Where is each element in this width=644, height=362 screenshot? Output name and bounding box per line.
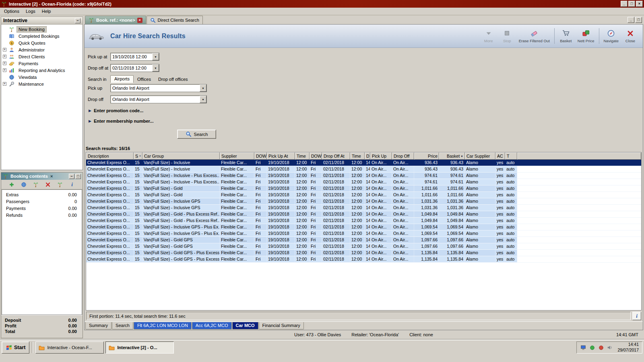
booking-toolbar-button[interactable] (20, 181, 27, 188)
booking-contents-row[interactable]: Refunds 0.00 (2, 212, 82, 219)
status-red-icon[interactable] (598, 344, 604, 351)
result-row[interactable]: Chevrolet Express O...15Van(Full Size) -… (86, 218, 641, 224)
column-header[interactable]: Pick Up (370, 152, 392, 160)
expand-icon[interactable] (3, 82, 6, 86)
result-row[interactable]: Chevrolet Express O...15Van(Full Size) -… (86, 173, 641, 179)
column-header[interactable]: Pick Up At (267, 152, 295, 160)
tab-booking-ref[interactable]: Book. ref.: <none> × (85, 16, 146, 24)
toolbar-button[interactable]: Navigate (601, 28, 621, 45)
tree-item[interactable]: Direct Clients (1, 53, 83, 60)
dropdown-arrow-icon[interactable]: ▼ (152, 53, 159, 60)
volume-icon[interactable] (607, 344, 613, 351)
booking-toolbar-button[interactable]: i (68, 181, 76, 188)
bottom-tab[interactable]: Search (112, 322, 133, 329)
result-row[interactable]: Chevrolet Express O...15Van(Full Size) -… (86, 179, 641, 185)
tab-close-icon[interactable]: × (137, 18, 142, 23)
toolbar-button[interactable]: Close (621, 28, 640, 45)
booking-toolbar-button[interactable] (56, 181, 64, 188)
booking-contents-row[interactable]: Payments 0.00 (2, 206, 82, 212)
result-row[interactable]: Chevrolet Express O...15Van(Full Size) -… (86, 224, 641, 230)
booking-toolbar-button[interactable] (44, 181, 52, 188)
result-row[interactable]: Chevrolet Express O...15Van(Full Size) -… (86, 198, 641, 205)
booking-toolbar-button[interactable] (32, 181, 39, 188)
search-in-tab[interactable]: Offices (134, 76, 155, 83)
menu-item[interactable]: Options (1, 8, 23, 14)
result-row[interactable]: Chevrolet Express O...15Van(Full Size) -… (86, 160, 641, 166)
pickup-at-combobox[interactable]: 19/10/2018 12:00 ▼ (110, 53, 159, 61)
panel-close-icon[interactable]: × (50, 174, 53, 179)
booking-toolbar-button[interactable] (8, 181, 15, 188)
tree-item[interactable]: Payments (1, 60, 83, 67)
collapse-panel-button[interactable]: − (75, 18, 80, 23)
panel-restore-button[interactable]: □ (75, 174, 81, 179)
result-row[interactable]: Chevrolet Express O...15Van(Full Size) -… (86, 192, 641, 198)
tree-item[interactable]: Reporting and Analytics (1, 67, 83, 74)
bottom-tab[interactable]: Financial Summary (259, 322, 304, 329)
close-button[interactable]: × (636, 1, 643, 7)
expand-icon[interactable] (3, 48, 6, 51)
bottom-tab[interactable]: Flt 6A,2C LON MCO LON (134, 322, 192, 329)
column-header[interactable]: DOW (310, 152, 322, 160)
result-row[interactable]: Chevrolet Express O...15Van(Full Size) -… (86, 185, 641, 192)
result-row[interactable]: Chevrolet Express O...15Van(Full Size) -… (86, 211, 641, 218)
column-header[interactable]: T (505, 152, 517, 160)
booking-contents-row[interactable]: Passengers 0 (2, 199, 82, 206)
toolbar-button[interactable]: Erase Filtered Out (516, 28, 552, 45)
column-header[interactable]: Supplier (220, 152, 254, 160)
toolbar-button[interactable]: More (479, 28, 498, 45)
promo-code-expander[interactable]: ▶ Enter promotion code... (89, 107, 643, 114)
toolbar-button[interactable]: Nett Price (575, 28, 597, 45)
dropdown-arrow-icon[interactable]: ▼ (200, 96, 206, 103)
maximize-button[interactable]: □ (628, 1, 635, 7)
info-button[interactable]: i (632, 312, 641, 320)
tree-item[interactable]: Completed Bookings (1, 33, 83, 39)
expand-icon[interactable] (3, 62, 6, 65)
membership-expander[interactable]: ▶ Enter membership number... (89, 118, 643, 124)
column-header[interactable]: Car Supplier (465, 152, 495, 160)
start-button[interactable]: Start (2, 341, 29, 354)
column-header[interactable]: DOW (254, 152, 267, 160)
mdi-restore-button[interactable]: □ (635, 17, 642, 23)
tree-item[interactable]: Viewdata (1, 74, 83, 80)
panel-minimize-button[interactable]: − (69, 174, 74, 179)
column-header[interactable]: Drop Off (392, 152, 414, 160)
pickup-location-combobox[interactable]: Orlando Intl Airport ▼ (110, 84, 207, 92)
result-row[interactable]: Chevrolet Express O...15Van(Full Size) -… (86, 205, 641, 211)
taskbar-window-button[interactable]: Interactive [2] - O... (105, 341, 174, 354)
network-icon[interactable] (580, 344, 586, 351)
result-row[interactable]: Chevrolet Express O...15Van(Full Size) -… (86, 230, 641, 237)
search-in-tab[interactable]: Airports (110, 75, 134, 83)
tree-item[interactable]: New Booking (1, 26, 83, 33)
result-row[interactable]: Chevrolet Express O...15Van(Full Size) -… (86, 256, 641, 263)
expand-icon[interactable] (3, 68, 6, 72)
column-header[interactable]: S▼ (134, 152, 142, 160)
bottom-tab[interactable]: Acc 6A,2C MCO (192, 322, 232, 329)
dropdown-arrow-icon[interactable]: ▼ (152, 64, 159, 72)
bottom-tab[interactable]: Summary (85, 322, 111, 329)
status-green-icon[interactable] (589, 344, 595, 351)
dropoff-at-combobox[interactable]: 02/11/2018 12:00 ▼ (110, 64, 159, 72)
taskbar-window-button[interactable]: Interactive - Ocean-F... (35, 341, 104, 354)
result-row[interactable]: Chevrolet Express O...15Van(Full Size) -… (86, 250, 641, 256)
column-header[interactable]: D (365, 152, 370, 160)
filter-icon[interactable]: ▼ (139, 155, 141, 157)
column-header[interactable]: AC (495, 152, 505, 160)
result-row[interactable]: Chevrolet Express O...15Van(Full Size) -… (86, 243, 641, 250)
column-header[interactable]: Basket▼ (439, 152, 465, 160)
bottom-tab[interactable]: Car MCO (232, 322, 258, 329)
search-in-tab[interactable]: Drop off offices (155, 76, 192, 83)
column-header[interactable]: Time (295, 152, 310, 160)
mdi-minimize-button[interactable]: _ (627, 17, 634, 23)
dropoff-location-combobox[interactable]: Orlando Intl Airport ▼ (110, 95, 207, 103)
dropdown-arrow-icon[interactable]: ▼ (200, 84, 206, 92)
minimize-button[interactable]: _ (621, 1, 627, 7)
booking-contents-row[interactable]: Extras 0.00 (2, 192, 82, 199)
column-header[interactable]: Time (350, 152, 365, 160)
column-header[interactable]: Car Group (142, 152, 220, 160)
menu-item[interactable]: Help (39, 8, 54, 14)
result-row[interactable]: Chevrolet Express O...15Van(Full Size) -… (86, 166, 641, 173)
tree-item[interactable]: Maintenance (1, 80, 83, 87)
tree-item[interactable]: $ Quick Quotes (1, 39, 83, 46)
menu-item[interactable]: Logs (23, 8, 39, 14)
toolbar-button[interactable]: Stop (498, 28, 516, 45)
